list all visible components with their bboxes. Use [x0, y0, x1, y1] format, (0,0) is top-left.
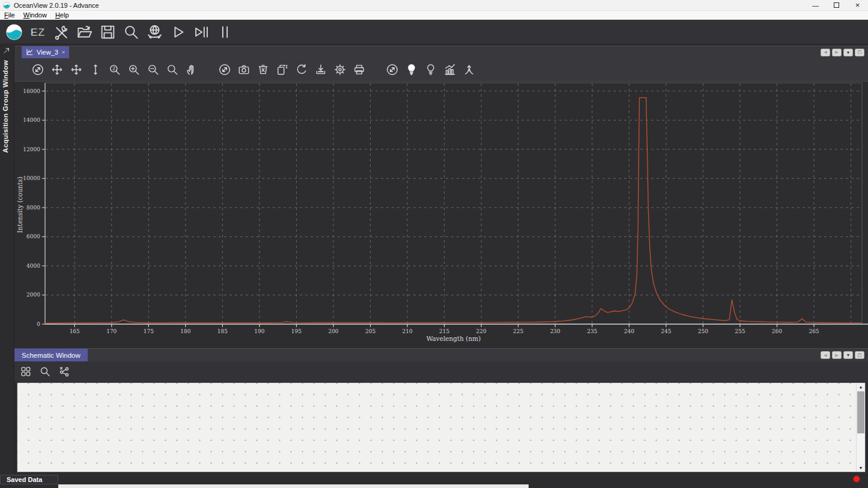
scrollbar-thumb[interactable]: [857, 391, 864, 433]
prev-button[interactable]: ◀: [821, 351, 830, 359]
schematic-scrollbar[interactable]: ▲ ▼: [856, 383, 865, 472]
maximize-button[interactable]: □: [855, 351, 864, 359]
search-button[interactable]: [121, 22, 141, 42]
svg-text:12000: 12000: [23, 146, 40, 152]
chart-toolbar-group: [217, 62, 366, 77]
histogram-button[interactable]: [443, 62, 457, 77]
zoom-in-button[interactable]: [127, 62, 141, 77]
peak-finder-button[interactable]: [462, 62, 476, 77]
svg-text:14000: 14000: [23, 117, 40, 123]
spectrum-plot[interactable]: 1651701751801851901952002052102152202252…: [14, 82, 868, 348]
tab-close-icon[interactable]: ×: [62, 49, 65, 55]
close-button[interactable]: ×: [847, 0, 868, 10]
export-button[interactable]: [314, 62, 328, 77]
scale-to-fit-button[interactable]: [31, 62, 45, 77]
refresh-button[interactable]: [294, 62, 309, 77]
acquisition-group-sidebar[interactable]: Acquisition Group Window: [0, 44, 14, 474]
svg-text:250: 250: [698, 328, 708, 334]
move-xy-icon: [70, 63, 83, 76]
snapshot-button[interactable]: [237, 62, 251, 77]
hand-button[interactable]: [184, 62, 199, 77]
next-button[interactable]: ▶: [832, 49, 842, 56]
undock-icon[interactable]: [2, 46, 11, 55]
menu-bar: FileWindowHelp: [0, 11, 868, 20]
menu-help[interactable]: Help: [51, 11, 73, 19]
play-pause-button[interactable]: [192, 22, 211, 42]
menu-file[interactable]: File: [0, 11, 19, 19]
oceanview-logo-button[interactable]: [4, 22, 24, 42]
svg-text:6000: 6000: [26, 233, 40, 239]
rescale-icon: [386, 63, 399, 76]
search-button[interactable]: [38, 365, 52, 378]
move-xy-button[interactable]: [69, 62, 83, 77]
peak-finder-icon: [463, 63, 476, 76]
svg-text:10000: 10000: [23, 175, 40, 181]
schematic-canvas[interactable]: ▲ ▼: [17, 382, 866, 472]
svg-text:0: 0: [37, 321, 40, 327]
lamp-on-button[interactable]: [404, 62, 419, 77]
svg-text:2: 2: [112, 66, 115, 71]
dropdown-button[interactable]: ▼: [843, 351, 853, 359]
zoom-window-button[interactable]: [165, 62, 180, 77]
scroll-up-icon[interactable]: ▲: [857, 383, 865, 391]
export-icon: [314, 63, 327, 76]
saved-data-tab[interactable]: Saved Data: [0, 475, 58, 484]
chart-toolbar-group: [385, 62, 476, 77]
ez-mode-icon: EZ: [29, 23, 46, 41]
status-bar: Saved Data: [0, 474, 868, 484]
snapshot-icon: [237, 63, 250, 76]
minimize-button[interactable]: —: [805, 0, 826, 10]
save-button[interactable]: [98, 22, 118, 42]
schematic-toolbar: [14, 361, 868, 382]
menu-window[interactable]: Window: [19, 11, 51, 19]
grid-button[interactable]: [19, 365, 32, 378]
ez-mode-button[interactable]: EZ: [28, 22, 47, 42]
open-button[interactable]: [74, 22, 94, 42]
spectrum-chart[interactable]: 1651701751801851901952002052102152202252…: [14, 82, 868, 348]
refresh-icon: [295, 63, 308, 76]
zoom-region-button[interactable]: 2: [108, 62, 122, 77]
svg-text:175: 175: [144, 328, 154, 334]
pause-icon: [216, 23, 234, 41]
tools-button[interactable]: [51, 22, 71, 42]
scroll-down-icon[interactable]: ▼: [857, 464, 865, 472]
clear-button[interactable]: [256, 62, 270, 77]
svg-text:245: 245: [661, 328, 671, 334]
pause-button[interactable]: [215, 22, 235, 42]
tab-view-3[interactable]: View_3 ×: [22, 46, 69, 58]
svg-text:240: 240: [624, 328, 634, 334]
svg-text:185: 185: [217, 328, 228, 334]
settings-button[interactable]: [333, 62, 347, 77]
sidebar-label: Acquisition Group Window: [2, 60, 9, 153]
network-button[interactable]: [145, 22, 165, 42]
autoscale-button[interactable]: [217, 62, 232, 77]
lamp-on-icon: [405, 63, 418, 76]
settings-icon: [333, 63, 347, 76]
maximize-button[interactable]: □: [855, 49, 864, 56]
main-toolbar: EZ: [0, 20, 868, 44]
rescale-button[interactable]: [385, 62, 399, 77]
play-button[interactable]: [168, 22, 188, 42]
oceanview-app: OceanView 2.0.19 - Advance — × FileWindo…: [0, 0, 868, 488]
svg-text:235: 235: [587, 328, 597, 334]
svg-text:Wavelength (nm): Wavelength (nm): [426, 335, 481, 342]
histogram-icon: [443, 63, 457, 76]
pan-button[interactable]: [50, 62, 64, 77]
lamp-off-button[interactable]: [423, 62, 438, 77]
next-button[interactable]: ▶: [832, 351, 842, 359]
search-icon: [39, 366, 51, 378]
svg-text:230: 230: [550, 328, 560, 334]
zoom-out-button[interactable]: [146, 62, 160, 77]
svg-text:16000: 16000: [23, 88, 40, 94]
wiring-button[interactable]: [58, 365, 71, 378]
restore-button[interactable]: [826, 0, 847, 10]
move-y-button[interactable]: [88, 62, 103, 77]
window-title: OceanView 2.0.19 - Advance: [14, 2, 99, 9]
svg-text:225: 225: [513, 328, 523, 334]
prev-button[interactable]: ◀: [821, 49, 830, 56]
svg-text:4000: 4000: [26, 263, 40, 269]
tab-schematic-window[interactable]: Schematic Window: [14, 349, 88, 361]
print-button[interactable]: [352, 62, 366, 77]
dropdown-button[interactable]: ▼: [843, 49, 853, 56]
copy-data-button[interactable]: [275, 62, 290, 77]
